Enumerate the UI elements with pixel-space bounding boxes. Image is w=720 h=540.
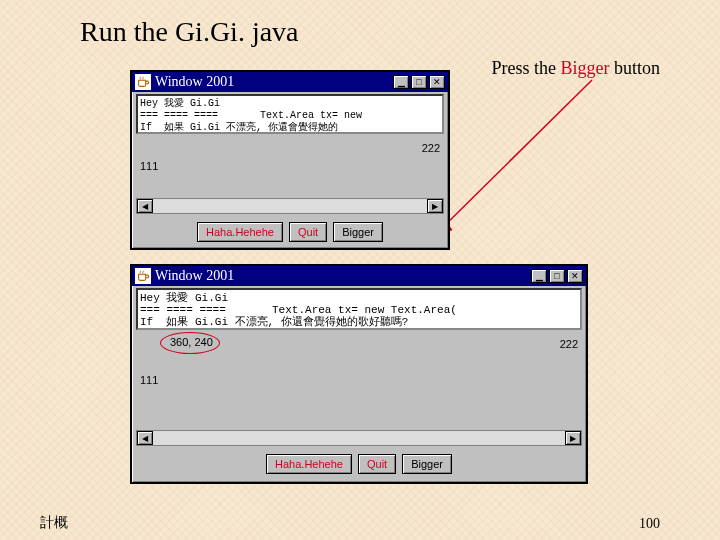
slide-title: Run the Gi.Gi. java: [80, 16, 299, 48]
annotation-post: button: [609, 58, 660, 78]
footer-left: 計概: [40, 514, 68, 532]
svg-line-0: [438, 80, 592, 232]
client-area: 111 222: [136, 134, 444, 198]
close-button[interactable]: ✕: [567, 269, 583, 283]
haha-button[interactable]: Haha.Hehehe: [197, 222, 283, 242]
button-row: Haha.Hehehe Quit Bigger: [132, 218, 448, 248]
window-title: Window 2001: [155, 268, 234, 284]
titlebar[interactable]: Window 2001 ▁ □ ✕: [132, 72, 448, 92]
quit-button[interactable]: Quit: [289, 222, 327, 242]
client-area: 360, 240 111 222: [136, 330, 582, 430]
button-row: Haha.Hehehe Quit Bigger: [132, 450, 586, 480]
titlebar[interactable]: Window 2001 ▁ □ ✕: [132, 266, 586, 286]
bigger-button[interactable]: Bigger: [402, 454, 452, 474]
scroll-right-icon[interactable]: ▶: [565, 431, 581, 445]
scroll-left-icon[interactable]: ◀: [137, 431, 153, 445]
window-title: Window 2001: [155, 74, 234, 90]
scroll-right-icon[interactable]: ▶: [427, 199, 443, 213]
page-number: 100: [639, 516, 660, 532]
label-222: 222: [560, 338, 578, 350]
label-222: 222: [422, 142, 440, 154]
java-icon: [135, 74, 151, 90]
label-111: 111: [140, 160, 158, 172]
quit-button[interactable]: Quit: [358, 454, 396, 474]
bigger-button[interactable]: Bigger: [333, 222, 383, 242]
close-button[interactable]: ✕: [429, 75, 445, 89]
text-area[interactable]: Hey 我愛 Gi.Gi === ==== ==== Text.Area tx=…: [136, 288, 582, 330]
coord-label: 360, 240: [170, 336, 213, 348]
maximize-button[interactable]: □: [549, 269, 565, 283]
horizontal-scrollbar[interactable]: ◀ ▶: [136, 430, 582, 446]
label-111: 111: [140, 374, 158, 386]
minimize-button[interactable]: ▁: [393, 75, 409, 89]
minimize-button[interactable]: ▁: [531, 269, 547, 283]
press-bigger-annotation: Press the Bigger button: [491, 58, 660, 79]
haha-button[interactable]: Haha.Hehehe: [266, 454, 352, 474]
horizontal-scrollbar[interactable]: ◀ ▶: [136, 198, 444, 214]
window-2001-after: Window 2001 ▁ □ ✕ Hey 我愛 Gi.Gi === ==== …: [130, 264, 588, 484]
annotation-bigger-word: Bigger: [560, 58, 609, 78]
scroll-left-icon[interactable]: ◀: [137, 199, 153, 213]
maximize-button[interactable]: □: [411, 75, 427, 89]
annotation-pre: Press the: [491, 58, 560, 78]
java-icon: [135, 268, 151, 284]
window-2001-before: Window 2001 ▁ □ ✕ Hey 我愛 Gi.Gi === ==== …: [130, 70, 450, 250]
text-area[interactable]: Hey 我愛 Gi.Gi === ==== ==== Text.Area tx=…: [136, 94, 444, 134]
